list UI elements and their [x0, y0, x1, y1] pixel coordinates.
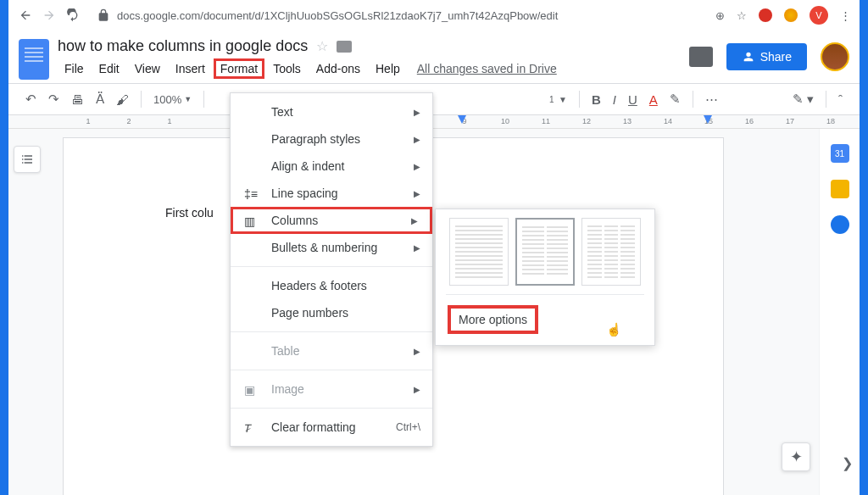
menu-edit[interactable]: Edit	[92, 58, 126, 79]
browser-profile-button[interactable]: V	[810, 6, 828, 25]
format-table: Table▶	[231, 337, 432, 364]
columns-submenu: More options	[435, 209, 655, 346]
underline-icon[interactable]: U	[628, 92, 637, 107]
text-color-icon[interactable]: A	[649, 92, 658, 107]
tasks-icon[interactable]	[831, 215, 849, 234]
extension-icon-2[interactable]	[784, 8, 798, 22]
font-size-dropdown[interactable]: 1 ▼	[549, 95, 567, 104]
separator	[141, 91, 142, 108]
account-avatar[interactable]	[821, 42, 849, 71]
chevron-right-icon[interactable]: ❯	[842, 455, 853, 471]
forward-icon[interactable]	[41, 7, 58, 24]
star-doc-icon[interactable]: ☆	[316, 38, 328, 54]
menu-help[interactable]: Help	[369, 58, 407, 79]
star-icon[interactable]: ☆	[737, 9, 747, 22]
highlight-icon[interactable]: ✎	[670, 92, 681, 107]
reload-icon[interactable]	[64, 7, 81, 24]
menu-format[interactable]: Format	[214, 58, 264, 79]
print-icon[interactable]: 🖶	[71, 92, 84, 107]
separator	[826, 91, 826, 108]
collapse-icon[interactable]: ˆ	[838, 92, 843, 107]
folder-icon[interactable]	[337, 41, 352, 53]
format-dropdown: Text▶ Paragraph styles▶ Align & indent▶ …	[230, 92, 433, 447]
format-bullets[interactable]: Bullets & numbering▶	[231, 234, 432, 261]
side-panel: 31	[819, 129, 860, 495]
back-icon[interactable]	[17, 7, 34, 24]
doc-title[interactable]: how to make columns in google docs	[58, 37, 308, 55]
browser-toolbar: docs.google.com/document/d/1XCljhUuobSGs…	[8, 0, 860, 31]
italic-icon[interactable]: I	[613, 92, 616, 107]
menu-tools[interactable]: Tools	[266, 58, 308, 79]
person-icon	[742, 50, 755, 64]
separator	[231, 331, 432, 332]
separator	[231, 266, 432, 267]
docs-logo[interactable]	[19, 39, 49, 80]
separator	[693, 91, 693, 108]
menu-file[interactable]: File	[58, 58, 91, 79]
more-icon[interactable]: ⋯	[705, 92, 718, 107]
menu-view[interactable]: View	[128, 58, 167, 79]
share-button[interactable]: Share	[726, 43, 807, 70]
separator	[231, 370, 432, 370]
columns-option-2[interactable]	[515, 218, 575, 286]
cursor-pointer-icon: ☝	[606, 322, 622, 337]
ruler[interactable]: 1 2 1 9 10 11 12 13 14 15 16 17 18	[8, 115, 860, 129]
extension-icon-1[interactable]	[759, 8, 772, 22]
save-status[interactable]: All changes saved in Drive	[417, 62, 557, 75]
explore-button[interactable]: ✦	[782, 442, 810, 471]
separator	[579, 91, 580, 108]
clear-format-icon: 𝘛̷	[244, 421, 259, 433]
menu-insert[interactable]: Insert	[169, 58, 212, 79]
format-columns[interactable]: ▥Columns▶	[231, 207, 432, 234]
zoom-search-icon[interactable]: ⊕	[715, 9, 725, 22]
redo-icon[interactable]: ↷	[48, 92, 59, 107]
spellcheck-icon[interactable]: Ӓ	[96, 92, 104, 107]
separator	[231, 408, 432, 409]
format-toolbar: ↶ ↷ 🖶 Ӓ 🖌 100%▼ 1 ▼ B I U A ✎ ⋯ ✎ ▾ ˆ	[8, 83, 860, 115]
image-icon: ▣	[244, 383, 259, 395]
list-icon	[20, 153, 34, 166]
columns-icon: ▥	[244, 214, 259, 226]
line-spacing-icon: ‡≡	[244, 187, 259, 199]
url-text[interactable]: docs.google.com/document/d/1XCljhUuobSGs…	[117, 9, 558, 22]
format-text[interactable]: Text▶	[231, 98, 432, 125]
format-image: ▣Image▶	[231, 375, 432, 403]
editing-mode-icon[interactable]: ✎ ▾	[793, 92, 814, 107]
comments-icon[interactable]	[689, 47, 713, 67]
format-headers-footers[interactable]: Headers & footers	[231, 272, 432, 299]
format-paragraph-styles[interactable]: Paragraph styles▶	[231, 125, 432, 153]
columns-option-1[interactable]	[449, 218, 509, 286]
menu-addons[interactable]: Add-ons	[309, 58, 367, 79]
separator	[203, 91, 204, 108]
keep-icon[interactable]	[831, 180, 849, 198]
format-page-numbers[interactable]: Page numbers	[231, 299, 432, 326]
document-body-text: First colu	[165, 206, 214, 220]
calendar-icon[interactable]: 31	[831, 144, 849, 163]
format-align-indent[interactable]: Align & indent▶	[231, 153, 432, 180]
columns-more-options[interactable]: More options	[448, 305, 538, 334]
zoom-select[interactable]: 100%▼	[153, 93, 192, 106]
bold-icon[interactable]: B	[592, 92, 601, 107]
undo-icon[interactable]: ↶	[25, 92, 36, 107]
columns-option-3[interactable]	[581, 218, 641, 286]
browser-menu-icon[interactable]: ⋮	[840, 9, 851, 22]
lock-icon	[97, 8, 110, 22]
paint-format-icon[interactable]: 🖌	[116, 92, 129, 107]
outline-button[interactable]	[14, 146, 41, 173]
format-line-spacing[interactable]: ‡≡Line spacing▶	[231, 180, 432, 207]
format-clear[interactable]: 𝘛̷Clear formattingCtrl+\	[231, 414, 432, 441]
